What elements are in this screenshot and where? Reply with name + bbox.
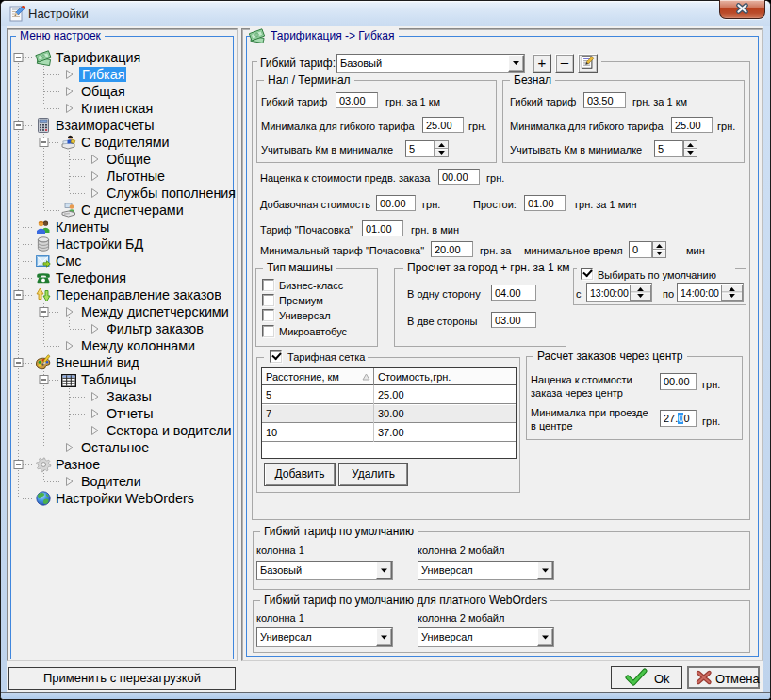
svg-text:Водители: Водители <box>81 474 141 489</box>
svg-text:Общая: Общая <box>81 84 125 99</box>
svg-text:Между колоннами: Между колоннами <box>81 338 195 353</box>
svg-text:Настройки БД: Настройки БД <box>56 236 143 252</box>
svg-text:Перенаправление заказов: Перенаправление заказов <box>56 287 221 302</box>
svg-text:С водителями: С водителями <box>81 135 169 150</box>
svg-text:Гибкая: Гибкая <box>82 67 124 82</box>
svg-text:Разное: Разное <box>56 457 100 472</box>
svg-text:Отчеты: Отчеты <box>107 406 153 421</box>
svg-text:Телефония: Телефония <box>56 270 126 285</box>
svg-text:Общие: Общие <box>107 152 151 167</box>
svg-text:Сектора и водители: Сектора и водители <box>107 423 231 438</box>
svg-text:Фильтр заказов: Фильтр заказов <box>107 321 204 336</box>
svg-text:Смс: Смс <box>56 253 81 269</box>
svg-text:Тарификация: Тарификация <box>56 50 140 65</box>
svg-text:Таблицы: Таблицы <box>81 372 136 387</box>
svg-text:Внешний вид: Внешний вид <box>56 355 139 370</box>
svg-text:Взаиморасчеты: Взаиморасчеты <box>56 118 154 133</box>
svg-text:Настройки WebOrders: Настройки WebOrders <box>56 491 194 506</box>
svg-text:Льготные: Льготные <box>107 169 165 184</box>
svg-text:Заказы: Заказы <box>107 389 152 404</box>
svg-text:Клиентская: Клиентская <box>81 101 153 116</box>
svg-text:Между диспетчерскими: Между диспетчерскими <box>81 304 229 319</box>
svg-text:Клиенты: Клиенты <box>56 220 109 235</box>
svg-text:Службы пополнения: Службы пополнения <box>107 186 236 201</box>
svg-text:Остальное: Остальное <box>81 440 149 455</box>
svg-text:С диспетчерами: С диспетчерами <box>81 203 184 218</box>
